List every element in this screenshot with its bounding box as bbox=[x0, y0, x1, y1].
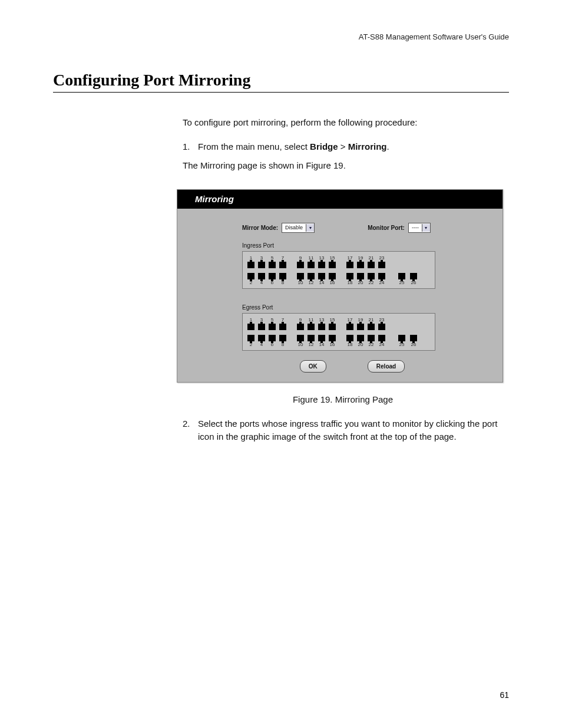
ingress-port-18[interactable]: 18 bbox=[346, 272, 353, 286]
port-jack-icon bbox=[368, 324, 375, 330]
egress-port-18[interactable]: 18 bbox=[346, 334, 353, 348]
ingress-port-23[interactable]: 23 bbox=[378, 255, 385, 269]
menu-sep: > bbox=[338, 141, 348, 151]
ingress-port-5[interactable]: 5 bbox=[269, 255, 276, 269]
egress-port-7[interactable]: 7 bbox=[279, 317, 286, 331]
ingress-port-15[interactable]: 15 bbox=[329, 255, 336, 269]
egress-port-10[interactable]: 10 bbox=[297, 334, 304, 348]
document-page: AT-S88 Management Software User's Guide … bbox=[0, 0, 562, 728]
port-jack-icon bbox=[368, 335, 375, 341]
ingress-port-3[interactable]: 3 bbox=[258, 255, 265, 269]
egress-port-2[interactable]: 2 bbox=[247, 334, 254, 348]
egress-port-21[interactable]: 21 bbox=[368, 317, 375, 331]
port-jack-icon bbox=[346, 262, 353, 268]
ingress-port-17[interactable]: 17 bbox=[346, 255, 353, 269]
monitor-port-value: ---- bbox=[409, 224, 422, 232]
ingress-port-26[interactable]: 26 bbox=[410, 272, 417, 286]
step-number: 2. bbox=[183, 417, 198, 444]
mirroring-window: Mirroring Mirror Mode: Disable ▾ bbox=[177, 189, 503, 383]
egress-port-26[interactable]: 26 bbox=[410, 334, 417, 348]
ingress-port-14[interactable]: 14 bbox=[318, 272, 325, 286]
egress-port-25[interactable]: 25 bbox=[398, 334, 405, 348]
port-jack-icon bbox=[297, 273, 304, 279]
port-jack-icon bbox=[297, 262, 304, 268]
menu-mirroring: Mirroring bbox=[348, 141, 387, 151]
ingress-port-7[interactable]: 7 bbox=[279, 255, 286, 269]
monitor-port-label: Monitor Port: bbox=[368, 223, 405, 232]
step-number: 1. bbox=[183, 140, 198, 154]
port-jack-icon bbox=[247, 262, 254, 268]
running-header: AT-S88 Management Software User's Guide bbox=[53, 32, 509, 41]
monitor-port-select[interactable]: ---- ▾ bbox=[408, 223, 431, 233]
window-body: Mirror Mode: Disable ▾ Monitor Port: ---… bbox=[177, 209, 503, 382]
intro-paragraph: To configure port mirroring, perform the… bbox=[183, 116, 509, 130]
ingress-port-13[interactable]: 13 bbox=[318, 255, 325, 269]
egress-port-8[interactable]: 8 bbox=[279, 334, 286, 348]
ingress-port-8[interactable]: 8 bbox=[279, 272, 286, 286]
monitor-port-control: Monitor Port: ---- ▾ bbox=[368, 223, 431, 233]
ingress-port-6[interactable]: 6 bbox=[269, 272, 276, 286]
ingress-port-20[interactable]: 20 bbox=[357, 272, 364, 286]
port-jack-icon bbox=[329, 324, 336, 330]
ingress-port-4[interactable]: 4 bbox=[258, 272, 265, 286]
port-jack-icon bbox=[318, 273, 325, 279]
egress-port-4[interactable]: 4 bbox=[258, 334, 265, 348]
window-grip-icon bbox=[182, 195, 190, 203]
egress-port-1[interactable]: 1 bbox=[247, 317, 254, 331]
port-jack-icon bbox=[258, 273, 265, 279]
step1-follow: The Mirroring page is shown in Figure 19… bbox=[183, 159, 509, 173]
mirror-mode-select[interactable]: Disable ▾ bbox=[282, 223, 315, 233]
ok-button[interactable]: OK bbox=[300, 360, 326, 373]
step1-post: . bbox=[387, 141, 389, 151]
ingress-port-1[interactable]: 1 bbox=[247, 255, 254, 269]
ingress-port-16[interactable]: 16 bbox=[329, 272, 336, 286]
port-jack-icon bbox=[398, 335, 405, 341]
step-text: From the main menu, select Bridge > Mirr… bbox=[198, 140, 509, 154]
egress-port-24[interactable]: 24 bbox=[378, 334, 385, 348]
port-jack-icon bbox=[318, 262, 325, 268]
ingress-port-2[interactable]: 2 bbox=[247, 272, 254, 286]
egress-port-16[interactable]: 16 bbox=[329, 334, 336, 348]
ingress-port-24[interactable]: 24 bbox=[378, 272, 385, 286]
section-heading: Configuring Port Mirroring bbox=[53, 71, 509, 93]
port-jack-icon bbox=[329, 262, 336, 268]
step-1: 1. From the main menu, select Bridge > M… bbox=[183, 140, 509, 154]
port-jack-icon bbox=[398, 273, 405, 279]
ingress-port-panel: 1357911131517192123246810121416182022242… bbox=[242, 251, 435, 289]
ingress-port-25[interactable]: 25 bbox=[398, 272, 405, 286]
egress-port-9[interactable]: 9 bbox=[297, 317, 304, 331]
egress-port-15[interactable]: 15 bbox=[329, 317, 336, 331]
egress-port-17[interactable]: 17 bbox=[346, 317, 353, 331]
port-jack-icon bbox=[279, 335, 286, 341]
ingress-port-22[interactable]: 22 bbox=[368, 272, 375, 286]
port-jack-icon bbox=[297, 335, 304, 341]
egress-port-6[interactable]: 6 bbox=[269, 334, 276, 348]
egress-port-14[interactable]: 14 bbox=[318, 334, 325, 348]
egress-port-12[interactable]: 12 bbox=[308, 334, 315, 348]
port-jack-icon bbox=[357, 273, 364, 279]
port-jack-icon bbox=[258, 324, 265, 330]
window-menu-icon bbox=[490, 195, 498, 203]
egress-port-20[interactable]: 20 bbox=[357, 334, 364, 348]
egress-port-13[interactable]: 13 bbox=[318, 317, 325, 331]
port-jack-icon bbox=[297, 324, 304, 330]
egress-port-22[interactable]: 22 bbox=[368, 334, 375, 348]
port-jack-icon bbox=[269, 273, 276, 279]
ingress-port-9[interactable]: 9 bbox=[297, 255, 304, 269]
egress-port-5[interactable]: 5 bbox=[269, 317, 276, 331]
port-jack-icon bbox=[378, 335, 385, 341]
egress-port-3[interactable]: 3 bbox=[258, 317, 265, 331]
egress-port-19[interactable]: 19 bbox=[357, 317, 364, 331]
ingress-port-19[interactable]: 19 bbox=[357, 255, 364, 269]
ingress-port-21[interactable]: 21 bbox=[368, 255, 375, 269]
port-jack-icon bbox=[357, 335, 364, 341]
ingress-port-11[interactable]: 11 bbox=[308, 255, 315, 269]
port-jack-icon bbox=[368, 273, 375, 279]
egress-port-23[interactable]: 23 bbox=[378, 317, 385, 331]
port-jack-icon bbox=[279, 324, 286, 330]
ingress-port-12[interactable]: 12 bbox=[308, 272, 315, 286]
reload-button[interactable]: Reload bbox=[368, 360, 405, 373]
ingress-port-10[interactable]: 10 bbox=[297, 272, 304, 286]
egress-port-11[interactable]: 11 bbox=[308, 317, 315, 331]
port-jack-icon bbox=[308, 273, 315, 279]
